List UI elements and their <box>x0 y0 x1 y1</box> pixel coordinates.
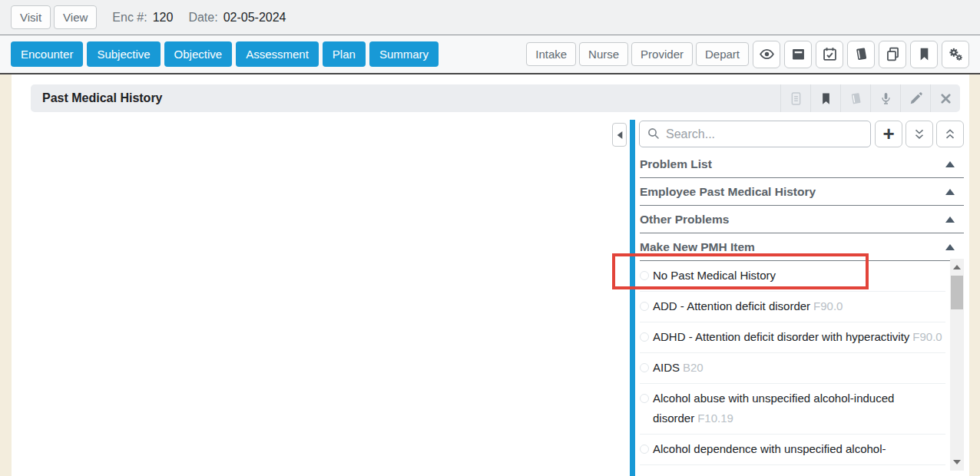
copy-icon[interactable] <box>879 41 906 68</box>
pmh-header-bar: Past Medical History <box>31 84 960 112</box>
list-item[interactable]: Alcohol dependence with unspecified alco… <box>640 435 945 465</box>
page-title: Past Medical History <box>42 91 163 105</box>
double-chevron-up-icon <box>943 127 957 141</box>
radio-circle-icon <box>640 271 649 280</box>
item-label: ADHD - Attention deficit disorder with h… <box>653 327 942 347</box>
tab-plan[interactable]: Plan <box>323 41 366 67</box>
content-area: Past Medical History <box>0 74 980 476</box>
collapse-arrow-icon <box>945 161 955 167</box>
view-button[interactable]: View <box>54 5 97 29</box>
add-item-button[interactable]: + <box>875 121 902 147</box>
date-value: 02-05-2024 <box>223 11 286 25</box>
double-chevron-down-icon <box>912 127 926 141</box>
list-item[interactable]: Alcohol abuse with unspecified alcohol-i… <box>640 384 945 435</box>
radio-circle-icon <box>640 445 649 454</box>
list-item[interactable]: AIDSB20 <box>640 353 945 384</box>
item-label: ADD - Attention deficit disorderF90.0 <box>653 296 843 316</box>
icd-code: F90.0 <box>813 299 843 312</box>
form-page: Past Medical History <box>12 74 969 476</box>
top-bar: Visit View Enc #: 120 Date: 02-05-2024 <box>0 0 980 35</box>
enc-value: 120 <box>153 11 174 25</box>
document-icon[interactable] <box>780 84 810 112</box>
list-item[interactable]: ADD - Attention deficit disorderF90.0 <box>640 292 945 322</box>
item-label: AIDSB20 <box>653 358 704 378</box>
section-employee-pmh[interactable]: Employee Past Medical History <box>640 178 964 206</box>
pmh-item-list: No Past Medical HistoryADD - Attention d… <box>640 261 945 465</box>
search-icon <box>647 127 661 140</box>
list-item[interactable]: ADHD - Attention deficit disorder with h… <box>640 322 945 353</box>
depart-button[interactable]: Depart <box>696 42 749 66</box>
gears-icon[interactable] <box>942 41 969 68</box>
nurse-button[interactable]: Nurse <box>579 42 628 66</box>
scrollbar-thumb[interactable] <box>951 276 963 309</box>
book-icon[interactable] <box>847 41 875 68</box>
eye-icon[interactable] <box>753 41 780 68</box>
scrollbar[interactable] <box>950 259 964 471</box>
collapse-panel-button[interactable] <box>612 123 627 147</box>
calendar-check-icon[interactable] <box>816 41 843 68</box>
section-label: Employee Past Medical History <box>640 185 816 199</box>
panel-splitter-bar[interactable] <box>630 120 635 476</box>
icd-code: B20 <box>683 361 704 374</box>
radio-circle-icon <box>640 394 649 403</box>
section-label: Make New PMH Item <box>640 240 755 254</box>
pmh-picker-panel: + Problem List Employee Past Medical His… <box>612 120 965 476</box>
icd-code: F90.0 <box>912 330 942 343</box>
encounter-number: Enc #: 120 <box>112 11 173 25</box>
section-label: Other Problems <box>640 213 729 226</box>
section-other-problems[interactable]: Other Problems <box>640 206 964 233</box>
pencil-icon[interactable] <box>900 84 930 112</box>
provider-button[interactable]: Provider <box>631 42 693 66</box>
tab-subjective[interactable]: Subjective <box>87 41 160 67</box>
date-label: Date: <box>188 11 217 25</box>
intake-button[interactable]: Intake <box>526 42 576 66</box>
main-toolbar: Encounter Subjective Objective Assessmen… <box>0 35 980 74</box>
radio-circle-icon <box>640 332 649 342</box>
item-label: Alcohol dependence with unspecified alco… <box>653 439 886 459</box>
visit-button[interactable]: Visit <box>11 5 51 29</box>
section-problem-list[interactable]: Problem List <box>640 150 964 178</box>
tab-encounter[interactable]: Encounter <box>11 41 83 67</box>
tab-summary[interactable]: Summary <box>369 41 439 67</box>
scroll-down-arrow-icon[interactable] <box>950 455 964 469</box>
scroll-up-arrow-icon[interactable] <box>950 260 964 274</box>
bookmark-icon[interactable] <box>810 84 840 112</box>
close-icon[interactable] <box>930 84 960 112</box>
bookmark-icon[interactable] <box>910 41 938 68</box>
collapse-arrow-icon <box>945 217 955 223</box>
section-make-new-pmh[interactable]: Make New PMH Item <box>640 233 964 261</box>
item-label: Alcohol abuse with unspecified alcohol-i… <box>653 388 945 428</box>
list-item[interactable]: No Past Medical History <box>640 261 945 292</box>
search-input[interactable] <box>639 121 871 147</box>
radio-circle-icon <box>640 302 649 311</box>
item-label: No Past Medical History <box>653 266 776 286</box>
encounter-date: Date: 02-05-2024 <box>188 11 286 25</box>
section-label: Problem List <box>640 157 712 171</box>
chevron-left-icon <box>616 131 624 140</box>
tab-objective[interactable]: Objective <box>164 41 233 67</box>
microphone-icon[interactable] <box>870 84 900 112</box>
tab-assessment[interactable]: Assessment <box>236 41 319 67</box>
collapse-all-button[interactable] <box>936 121 964 147</box>
section-list: Problem List Employee Past Medical Histo… <box>640 150 964 261</box>
collapse-arrow-icon <box>945 189 955 195</box>
expand-all-button[interactable] <box>906 121 933 147</box>
archive-icon[interactable] <box>784 41 812 68</box>
icd-code: F10.19 <box>697 412 733 425</box>
collapse-arrow-icon <box>945 244 955 250</box>
radio-circle-icon <box>640 363 649 372</box>
enc-label: Enc #: <box>112 11 147 25</box>
book-icon[interactable] <box>840 84 870 112</box>
